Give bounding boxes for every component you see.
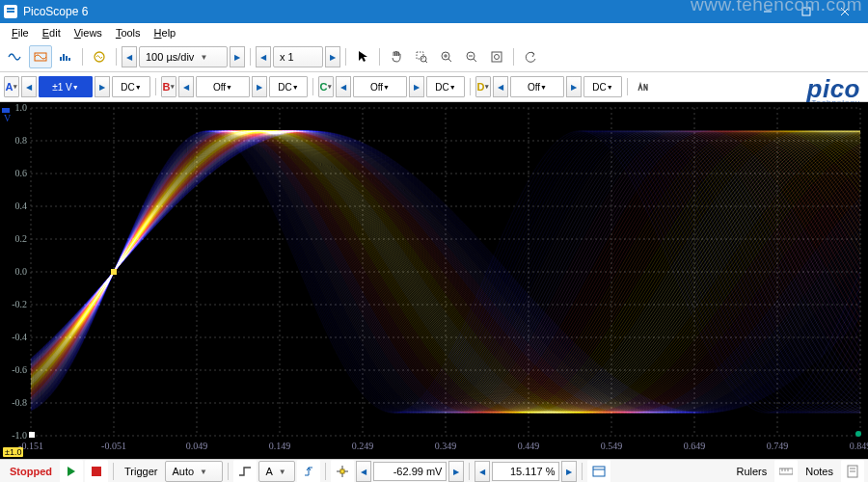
svg-rect-23 xyxy=(340,469,344,473)
minimize-button[interactable] xyxy=(748,0,787,23)
svg-rect-10 xyxy=(417,52,423,59)
svg-rect-28 xyxy=(593,467,605,476)
svg-line-16 xyxy=(448,59,451,62)
channel-b-range-down[interactable]: ◀ xyxy=(178,76,194,97)
channel-a-range[interactable]: ±1 V▼ xyxy=(39,76,93,97)
channel-a-coupling[interactable]: DC▼ xyxy=(112,76,150,97)
channel-b-range[interactable]: Off▼ xyxy=(196,76,250,97)
zoom-next-button[interactable]: ▶ xyxy=(325,46,340,67)
channel-d-range-up[interactable]: ▶ xyxy=(566,76,582,97)
trigger-rising-icon[interactable] xyxy=(297,460,320,482)
svg-rect-7 xyxy=(66,56,68,61)
notes-button[interactable]: Notes xyxy=(800,466,839,477)
menu-file[interactable]: File xyxy=(6,25,35,40)
trigger-pos-down[interactable]: ◀ xyxy=(475,461,490,482)
capture-state: Stopped xyxy=(4,466,58,477)
svg-line-19 xyxy=(474,59,476,62)
channel-c-range[interactable]: Off▼ xyxy=(353,76,407,97)
trigger-pos-up[interactable]: ▶ xyxy=(561,461,577,482)
zoom-prev-button[interactable]: ◀ xyxy=(256,46,271,67)
timebase-prev-button[interactable]: ◀ xyxy=(122,46,137,67)
undo-zoom-icon[interactable] xyxy=(519,45,542,68)
stop-button[interactable] xyxy=(85,460,108,482)
app-icon xyxy=(4,5,17,18)
capture-mode-scope-icon[interactable] xyxy=(4,45,27,68)
menu-bar: File Edit Views Tools Help xyxy=(0,23,868,42)
pan-tool-icon[interactable] xyxy=(385,45,408,68)
main-toolbar: ◀ 100 µs/div▼ ▶ ◀ x 1 ▶ www.tehencom.com xyxy=(0,42,868,72)
channel-b-range-up[interactable]: ▶ xyxy=(252,76,267,97)
zoom-combo[interactable]: x 1 xyxy=(273,46,323,67)
menu-help[interactable]: Help xyxy=(149,25,182,40)
menu-views[interactable]: Views xyxy=(68,25,108,40)
math-channel-icon[interactable] xyxy=(633,75,656,98)
svg-rect-22 xyxy=(92,467,101,476)
zoom-out-icon[interactable] xyxy=(460,45,483,68)
title-bar: PicoScope 6 xyxy=(0,0,868,23)
status-bar: Stopped Trigger Auto▼ A▼ ◀ -62.99 mV ▶ ◀… xyxy=(0,459,868,482)
channel-c-range-up[interactable]: ▶ xyxy=(409,76,424,97)
maximize-button[interactable] xyxy=(787,0,826,23)
measurements-icon[interactable] xyxy=(587,460,610,482)
waveform-canvas xyxy=(0,102,868,459)
timebase-value: 100 µs/div xyxy=(146,51,194,63)
zoom-area-icon[interactable] xyxy=(410,45,433,68)
channel-c-menu[interactable]: C▾ xyxy=(318,76,334,97)
channel-d-coupling[interactable]: DC▼ xyxy=(583,76,622,97)
rulers-button[interactable]: Rulers xyxy=(730,466,773,477)
channel-toolbar: A▾ ◀ ±1 V▼ ▶ DC▼ B▾ ◀ Off▼ ▶ DC▼ C▾ ◀ Of… xyxy=(0,72,868,102)
menu-edit[interactable]: Edit xyxy=(37,25,67,40)
run-button[interactable] xyxy=(60,460,83,482)
svg-rect-8 xyxy=(68,58,70,61)
channel-d-menu[interactable]: D▾ xyxy=(475,76,491,97)
trigger-edge-icon[interactable] xyxy=(233,460,257,482)
svg-line-12 xyxy=(425,61,427,63)
trigger-label: Trigger xyxy=(119,466,163,477)
svg-rect-5 xyxy=(60,57,62,61)
capture-mode-persistence-icon[interactable] xyxy=(29,45,52,68)
svg-point-21 xyxy=(495,55,500,60)
zoom-value: x 1 xyxy=(280,51,294,63)
pointer-tool-icon[interactable] xyxy=(351,45,374,68)
rulers-icon[interactable] xyxy=(774,460,798,482)
channel-b-coupling[interactable]: DC▼ xyxy=(269,76,308,97)
trigger-position-value[interactable]: 15.117 % xyxy=(492,462,559,481)
timebase-combo[interactable]: 100 µs/div▼ xyxy=(139,46,228,67)
trigger-level-up[interactable]: ▶ xyxy=(448,461,464,482)
notes-icon[interactable] xyxy=(841,460,864,482)
signal-generator-icon[interactable] xyxy=(88,45,111,68)
capture-mode-spectrum-icon[interactable] xyxy=(54,45,77,68)
channel-a-range-down[interactable]: ◀ xyxy=(21,76,37,97)
chevron-down-icon: ▼ xyxy=(198,53,209,62)
trigger-marker-icon[interactable] xyxy=(331,460,354,482)
channel-a-range-up[interactable]: ▶ xyxy=(95,76,110,97)
channel-c-range-down[interactable]: ◀ xyxy=(336,76,351,97)
timebase-next-button[interactable]: ▶ xyxy=(230,46,245,67)
channel-a-axis-marker[interactable]: ±1.0 xyxy=(3,447,23,457)
svg-rect-20 xyxy=(492,52,502,62)
waveform-display[interactable]: ±1.0 xyxy=(0,102,868,459)
channel-a-menu[interactable]: A▾ xyxy=(4,76,19,97)
channel-d-range[interactable]: Off▼ xyxy=(510,76,564,97)
close-button[interactable] xyxy=(826,0,864,23)
zoom-in-icon[interactable] xyxy=(435,45,458,68)
menu-tools[interactable]: Tools xyxy=(110,25,147,40)
trigger-mode-combo[interactable]: Auto▼ xyxy=(165,461,223,482)
svg-rect-30 xyxy=(779,469,793,474)
trigger-level-down[interactable]: ◀ xyxy=(356,461,371,482)
svg-rect-6 xyxy=(63,54,65,61)
channel-b-menu[interactable]: B▾ xyxy=(161,76,176,97)
svg-rect-1 xyxy=(802,8,810,15)
channel-d-range-down[interactable]: ◀ xyxy=(493,76,508,97)
trigger-source-combo[interactable]: A▼ xyxy=(258,461,295,482)
window-title: PicoScope 6 xyxy=(23,5,88,18)
trigger-level-value[interactable]: -62.99 mV xyxy=(373,462,447,481)
channel-c-coupling[interactable]: DC▼ xyxy=(426,76,465,97)
zoom-full-icon[interactable] xyxy=(485,45,508,68)
